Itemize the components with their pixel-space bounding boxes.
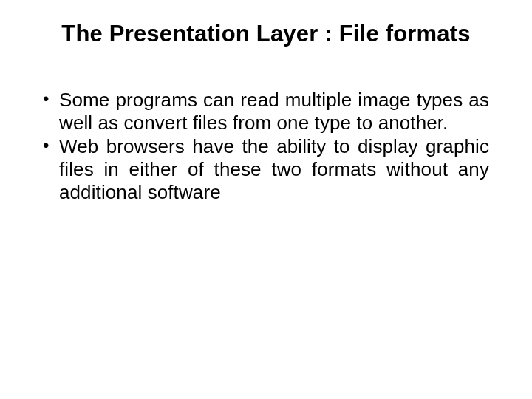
bullet-list: Some programs can read multiple image ty… (43, 89, 489, 203)
list-item: Web browsers have the ability to display… (59, 135, 489, 203)
slide-title: The Presentation Layer : File formats (43, 21, 489, 47)
list-item: Some programs can read multiple image ty… (59, 89, 489, 134)
